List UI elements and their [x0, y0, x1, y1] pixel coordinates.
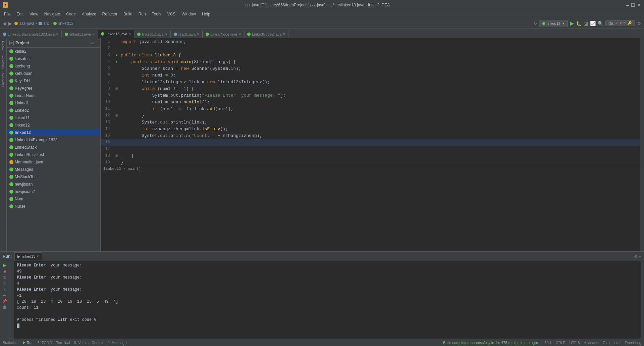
scroll-up-button[interactable]: ⇧: [3, 281, 6, 286]
list-item[interactable]: newjisuan: [7, 181, 100, 188]
stop-button[interactable]: ■: [3, 269, 6, 274]
breadcrumb-project[interactable]: zzz-java: [19, 21, 34, 26]
list-item[interactable]: LinkedStack: [7, 144, 100, 151]
tab-read1[interactable]: read1.java ✕: [171, 30, 203, 38]
list-item[interactable]: kaisa2: [7, 48, 100, 55]
indent[interactable]: 4 spaces: [583, 341, 600, 345]
list-item[interactable]: linked12: [7, 121, 100, 129]
toolbar-forward-icon[interactable]: ▶: [8, 21, 12, 26]
run-tab-close[interactable]: ✕: [37, 255, 39, 258]
sidebar-item-linked13[interactable]: linked13: [7, 129, 100, 136]
menu-analyze[interactable]: Analyze: [79, 11, 99, 17]
settings-icon[interactable]: ⚙: [637, 21, 641, 26]
list-item[interactable]: kehuduan: [7, 70, 100, 77]
menu-run[interactable]: Run: [136, 11, 149, 17]
list-item[interactable]: newjisuan2: [7, 188, 100, 195]
breadcrumb-src[interactable]: src: [44, 21, 49, 26]
minimize-button[interactable]: –: [626, 2, 629, 8]
menu-view[interactable]: View: [27, 11, 41, 17]
statistic-button[interactable]: Statistic: [1, 341, 17, 345]
sync-icon[interactable]: ↻: [534, 21, 537, 26]
scroll-down-button[interactable]: ⇩: [3, 287, 6, 292]
menu-refactor[interactable]: Refactor: [100, 11, 120, 17]
tab-linkedlistexample1823[interactable]: LinkedListExample1823.java ✕: [0, 30, 62, 38]
menu-build[interactable]: Build: [121, 11, 135, 17]
project-icon[interactable]: Project: [1, 40, 5, 53]
coverage-button[interactable]: ◪: [584, 21, 588, 26]
code-editor[interactable]: 1 import java.util.Scanner; 2 3 ▶ public…: [101, 38, 640, 251]
tab-close-linked11[interactable]: ✕: [92, 33, 95, 36]
debug-button[interactable]: 🐛: [576, 21, 582, 26]
close-button[interactable]: ✕: [637, 2, 641, 8]
tab-linked2[interactable]: LinkedNode2.java ✕: [244, 30, 288, 38]
menu-window[interactable]: Window: [179, 11, 199, 17]
menu-code[interactable]: Code: [63, 11, 78, 17]
clear-button[interactable]: 🗑: [3, 305, 7, 309]
search-everywhere-icon[interactable]: 🔍: [598, 21, 603, 26]
menu-file[interactable]: File: [1, 11, 13, 17]
run-button[interactable]: ▶: [570, 20, 574, 27]
favorites-icon[interactable]: Favorites: [1, 72, 5, 88]
list-item[interactable]: Key_DH: [7, 77, 100, 85]
list-item[interactable]: Nurse: [7, 203, 100, 210]
sidebar-gear[interactable]: ⚙: [90, 41, 94, 45]
tab-close-linked2[interactable]: ✕: [283, 33, 285, 36]
event-log-button[interactable]: Event Log: [623, 341, 643, 345]
sidebar-collapse[interactable]: −: [95, 41, 98, 45]
list-item[interactable]: LinkedStackTest: [7, 151, 100, 158]
tab-linearnode[interactable]: LinearNode.java ✕: [203, 30, 244, 38]
version-control-button[interactable]: 9: Version Control: [73, 341, 105, 345]
run-config-selector[interactable]: linked13 ▼: [539, 20, 568, 27]
line-ending[interactable]: CRLF: [554, 341, 567, 345]
list-item[interactable]: Linked1: [7, 99, 100, 107]
console-line: [17, 311, 638, 317]
console-output[interactable]: Please Enter your message: 49 Please Ent…: [14, 261, 641, 339]
bottom-settings-icon[interactable]: ⚙: [634, 254, 638, 259]
tab-close-linked13[interactable]: ✕: [128, 32, 131, 36]
tab-close-linkedlist[interactable]: ✕: [56, 33, 59, 36]
menu-navigate[interactable]: Navigate: [42, 11, 63, 17]
tab-linked12[interactable]: linked12.java ✕: [134, 30, 170, 38]
run-status-button[interactable]: Run: [21, 341, 35, 345]
list-item[interactable]: linked11: [7, 114, 100, 121]
tab-linked11[interactable]: linked11.java ✕: [62, 30, 98, 38]
profile-button[interactable]: 📈: [590, 21, 596, 26]
list-item[interactable]: kecheng: [7, 62, 100, 70]
toolbar-back-icon[interactable]: ◀: [3, 21, 6, 26]
svg-rect-3: [39, 22, 42, 25]
list-item[interactable]: MyStackTest: [7, 173, 100, 181]
todo-button[interactable]: 6: TODO: [36, 341, 54, 345]
run-again-button[interactable]: ▶: [3, 262, 6, 268]
rerun-button[interactable]: ↻: [3, 275, 6, 280]
list-item[interactable]: KeyAgree: [7, 85, 100, 92]
list-item[interactable]: kaisatest: [7, 55, 100, 62]
menu-tools[interactable]: Tools: [149, 11, 164, 17]
bottom-minimize-icon[interactable]: −: [639, 254, 641, 259]
breadcrumb-file[interactable]: linked13: [58, 21, 73, 26]
structure-icon[interactable]: Structure: [1, 54, 5, 70]
console-line: 49: [17, 268, 638, 275]
cursor-position[interactable]: 30:1: [543, 341, 553, 345]
pin-button[interactable]: 📌: [2, 299, 7, 303]
tab-close-linked12[interactable]: ✕: [165, 33, 168, 36]
list-item[interactable]: MammalInt.java: [7, 158, 100, 166]
list-item[interactable]: Linked2: [7, 107, 100, 114]
git-branch[interactable]: Git: master: [601, 341, 622, 345]
list-item[interactable]: LinearNode: [7, 92, 100, 99]
list-item[interactable]: Messages: [7, 166, 100, 173]
bottom-tab-run[interactable]: ▶ linked13 ✕: [14, 252, 42, 260]
messages-button[interactable]: 0: Messages: [106, 341, 129, 345]
menu-vcs[interactable]: VCS: [165, 11, 178, 17]
tab-close-read1[interactable]: ✕: [197, 33, 200, 36]
menu-edit[interactable]: Edit: [14, 11, 26, 17]
run-icon: ▶: [17, 254, 20, 259]
tab-linked13[interactable]: linked13.java ✕: [98, 30, 134, 38]
wrap-button[interactable]: ↩: [3, 293, 6, 298]
list-item[interactable]: Num: [7, 195, 100, 203]
charset[interactable]: UTF-8: [568, 341, 581, 345]
terminal-button[interactable]: Terminal: [55, 341, 71, 345]
tab-close-linearnode[interactable]: ✕: [238, 33, 241, 36]
menu-help[interactable]: Help: [199, 11, 213, 17]
list-item[interactable]: LinkedListExample1823: [7, 136, 100, 144]
maximize-button[interactable]: ☐: [631, 2, 635, 8]
